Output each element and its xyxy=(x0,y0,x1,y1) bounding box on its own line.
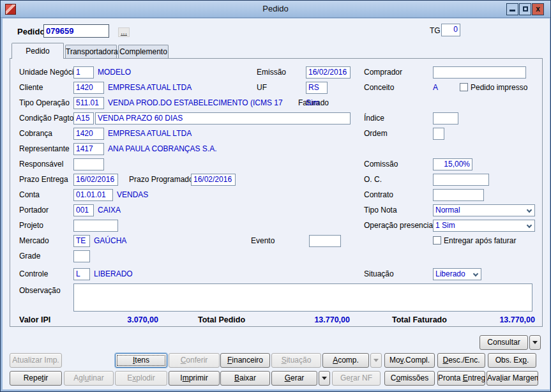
tipo-nota-select[interactable]: Normal xyxy=(433,204,535,216)
total-pedido-value: 13.770,00 xyxy=(278,315,350,324)
consultar-dropdown-button[interactable] xyxy=(529,335,541,350)
projeto-label: Projeto xyxy=(19,220,43,232)
dropdown-arrow-icon xyxy=(322,377,327,380)
close-button[interactable]: x xyxy=(532,3,544,15)
minimize-button[interactable] xyxy=(506,3,518,15)
avaliar-margem-button[interactable]: Avaliar Margem xyxy=(487,371,538,386)
conta-label: Conta xyxy=(19,189,40,201)
controle-input[interactable]: L xyxy=(73,268,90,280)
observacao-label: Observação xyxy=(19,285,61,297)
desc-enc-button[interactable]: Desc./Enc. xyxy=(437,353,485,368)
prazo-entrega-input[interactable]: 16/02/2016 xyxy=(73,174,118,186)
representante-label: Representante xyxy=(19,143,70,155)
tab-pedido[interactable]: Pedido xyxy=(11,43,64,59)
financeiro-button[interactable]: Financeiro xyxy=(220,353,270,368)
contrato-input[interactable] xyxy=(433,189,484,201)
condicao-pagto-input[interactable]: A15 xyxy=(73,112,94,124)
pedido-header-label: Pedido xyxy=(17,25,45,38)
comprador-input[interactable] xyxy=(433,66,526,79)
aglutinar-button: Aglutinar xyxy=(64,371,114,386)
unidade-negocio-input[interactable]: 1 xyxy=(73,66,94,79)
conta-input[interactable]: 01.01.01 xyxy=(73,189,113,201)
oc-input[interactable] xyxy=(433,174,489,186)
imprimir-button[interactable]: Imprimir xyxy=(169,371,220,386)
situacao-select[interactable]: Liberado xyxy=(433,268,481,280)
entregar-apos-faturar-label: Entregar após faturar xyxy=(444,235,516,247)
minimize-icon xyxy=(509,10,515,11)
mov-compl-button[interactable]: Mov.Compl. xyxy=(384,353,435,368)
tg-input[interactable]: 0 xyxy=(441,24,460,36)
ordem-input[interactable] xyxy=(433,128,444,140)
controle-label: Controle xyxy=(19,268,48,280)
valor-ipi-value: 3.070,00 xyxy=(87,315,158,324)
unidade-negocio-desc: MODELO xyxy=(98,66,131,79)
faturado-value: Sim xyxy=(306,97,319,109)
grade-input[interactable] xyxy=(73,250,90,262)
pedido-lookup-button[interactable]: ... xyxy=(118,27,130,37)
grade-label: Grade xyxy=(19,250,40,262)
responsavel-input[interactable] xyxy=(73,158,104,170)
tg-label: TG xyxy=(430,25,441,37)
maximize-button[interactable] xyxy=(519,3,531,15)
acomp-button[interactable]: Acomp. xyxy=(322,353,369,368)
pedido-impresso-checkbox[interactable] xyxy=(460,83,468,91)
obs-exp-button[interactable]: Obs. Exp. xyxy=(488,353,536,368)
comprador-label: Comprador xyxy=(364,66,402,79)
uf-input[interactable]: RS xyxy=(306,82,328,94)
gerar-button[interactable]: Gerar xyxy=(271,371,317,386)
oc-label: O. C. xyxy=(364,174,382,186)
cliente-desc: EMPRESA ATUAL LTDA xyxy=(108,82,192,94)
chevron-down-icon xyxy=(527,223,532,228)
projeto-input[interactable] xyxy=(73,220,118,232)
acomp-dropdown-button xyxy=(370,353,382,368)
itens-button[interactable]: Itens xyxy=(115,353,167,368)
prazo-programado-input[interactable]: 16/02/2016 xyxy=(191,174,236,186)
total-pedido-label: Total Pedido xyxy=(198,315,245,324)
condicao-pagto-desc-input[interactable]: VENDA PRAZO 60 DIAS xyxy=(95,112,351,124)
repetir-button[interactable]: Repetir xyxy=(10,371,62,386)
gerar-nf-button: Gerar NF xyxy=(332,371,381,386)
comissoes-button[interactable]: Comissões xyxy=(384,371,435,386)
observacao-textarea[interactable] xyxy=(73,283,532,312)
emissao-input[interactable]: 16/02/2016 xyxy=(306,66,351,79)
entregar-apos-faturar-checkbox[interactable] xyxy=(433,236,441,245)
evento-label: Evento xyxy=(251,235,275,247)
pedido-impresso-label: Pedido impresso xyxy=(471,82,527,94)
cobranca-label: Cobrança xyxy=(19,128,52,140)
cobranca-input[interactable]: 1420 xyxy=(73,128,104,140)
tab-complemento[interactable]: Complemento xyxy=(118,45,169,59)
gerar-dropdown-button[interactable] xyxy=(319,371,330,386)
pedido-window: Pedido x Pedido 079659 ... TG 0 Pedido T… xyxy=(0,0,551,392)
consultar-button[interactable]: Consultar xyxy=(479,335,528,350)
mercado-input[interactable]: TE xyxy=(73,235,90,247)
indice-label: Índice xyxy=(364,112,384,124)
tipo-operacao-label: Tipo Operação xyxy=(19,97,70,109)
tab-transportadora[interactable]: Transportadora xyxy=(65,45,117,59)
portador-input[interactable]: 001 xyxy=(73,204,94,216)
indice-input[interactable] xyxy=(433,112,458,124)
unidade-negocio-label: Unidade Negócio xyxy=(19,66,78,79)
title-bar: Pedido x xyxy=(1,1,550,18)
cliente-label: Cliente xyxy=(19,82,43,94)
contrato-label: Contrato xyxy=(364,189,393,201)
situacao-button: Situação xyxy=(271,353,321,368)
comissao-input[interactable]: 15,00% xyxy=(433,158,472,170)
evento-input[interactable] xyxy=(309,235,341,247)
portador-desc: CAIXA xyxy=(98,204,121,216)
pedido-number-input[interactable]: 079659 xyxy=(43,24,109,38)
conferir-button: Conferir xyxy=(169,353,220,368)
tipo-operacao-input[interactable]: 511.01 xyxy=(73,97,104,109)
dropdown-arrow-icon xyxy=(532,341,538,344)
representante-input[interactable]: 1417 xyxy=(73,143,104,155)
baixar-button[interactable]: Baixar xyxy=(220,371,270,386)
operacao-presencial-select[interactable]: 1 Sim xyxy=(433,220,535,232)
situacao-selected: Liberado xyxy=(435,269,465,278)
operacao-presencial-label: Operação presencial xyxy=(364,220,435,232)
situacao-label: Situação xyxy=(364,268,394,280)
valor-ipi-label: Valor IPI xyxy=(19,315,50,324)
prazo-entrega-label: Prazo Entrega xyxy=(19,174,68,186)
total-faturado-value: 13.770,00 xyxy=(462,315,535,324)
pronta-entrega-button[interactable]: Pronta Entrega xyxy=(437,371,485,386)
cliente-input[interactable]: 1420 xyxy=(73,82,104,94)
pedido-tab-panel: Unidade Negócio 1 MODELO Emissão 16/02/2… xyxy=(10,58,543,327)
